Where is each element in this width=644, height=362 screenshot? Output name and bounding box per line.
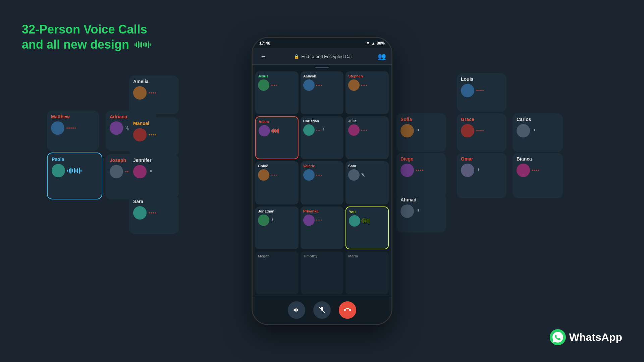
name-megan-partial: Megan [258,254,296,258]
name-priyanka: Priyanka [303,209,341,213]
name-aaliyah: Aaliyah [303,74,341,78]
mic-icon-christian [322,128,326,132]
name-chloe: Chloé [258,164,296,168]
card-chloe: Chloé [255,161,299,204]
status-bar: 17:48 ▼ ▲ 80% [253,38,391,48]
time: 17:48 [259,41,270,46]
headline-line2: and all new design [22,37,129,52]
swipe-indicator [253,65,391,69]
bg-name-amelia: Amelia [133,79,149,84]
participants-grid: Jesús Aaliyah Stephen [253,69,391,297]
bg-card-sofia: Sofia [396,113,446,152]
card-valerie: Valerie [301,161,344,204]
bg-name-matthew: Matthew [51,114,70,119]
call-title: 🔒 End-to-end Encrypted Call [294,54,352,59]
whatsapp-icon [550,329,566,345]
mute-button[interactable] [313,301,331,319]
muted-icon-sofia [416,128,421,133]
card-christian: Christian [301,116,344,159]
card-aaliyah: Aaliyah [301,71,344,114]
bg-name-omar: Omar [461,156,473,162]
muted-icon-ahmad [416,209,421,214]
call-header: ← 🔒 End-to-end Encrypted Call 👥 [253,48,391,65]
bg-card-bianca: Bianca [513,153,563,198]
waveform-you [362,218,369,223]
bg-card-omar: Omar [457,153,506,198]
signal-icon: ▼ [366,41,370,46]
bg-name-jennifer: Jennifer [133,158,151,163]
card-sam: Sam [345,161,389,204]
bg-card-jennifer: Jennifer [129,154,179,198]
mic-mute-icon [318,306,326,314]
bg-card-matthew: Matthew [47,111,99,151]
card-adam: Adam [255,116,299,159]
bg-name-ahmad: Ahmad [400,197,416,202]
bg-name-paola: Paola [52,157,64,162]
muted-icon-omar [476,168,481,173]
card-you: You [345,206,389,249]
name-timothy-partial: Timothy [303,254,341,258]
card-julie: Julie [345,116,389,159]
bg-name-grace: Grace [461,117,474,122]
whatsapp-logo: WhatsApp [550,329,622,345]
card-jonathan: Jonathan [255,206,299,249]
bg-name-bianca: Bianca [517,156,532,162]
name-stephen: Stephen [348,74,386,78]
bg-card-ahmad: Ahmad [396,194,446,232]
card-timothy-partial: Timothy [301,251,344,294]
bg-name-carlos: Carlos [517,117,531,122]
card-priyanka: Priyanka [301,206,344,249]
battery: 80% [377,41,385,46]
speaker-button[interactable] [288,301,305,319]
waveform-decoration [135,41,151,48]
name-jesus: Jesús [258,74,296,78]
bg-name-sara: Sara [133,199,143,204]
card-stephen: Stephen [345,71,389,114]
bg-card-diego: Diego [396,153,446,198]
name-valerie: Valerie [303,164,341,168]
bg-card-grace: Grace [457,113,506,152]
bg-name-adriana: Adriana [110,114,127,119]
muted-icon-jennifer [149,169,153,174]
bg-card-paola: Paola [47,153,102,199]
end-call-button[interactable] [339,301,356,319]
whatsapp-text: WhatsApp [569,331,622,344]
name-sam: Sam [348,164,386,168]
card-maria-partial: Maria [345,251,389,294]
name-adam: Adam [259,120,295,124]
bg-card-amelia: Amelia [129,75,179,114]
speaker-icon [293,306,300,314]
bg-card-carlos: Carlos [513,113,563,152]
card-megan-partial: Megan [255,251,299,294]
back-button[interactable]: ← [258,51,269,62]
name-maria-partial: Maria [348,254,386,258]
call-controls [253,297,391,324]
bg-name-diego: Diego [400,156,414,162]
wifi-icon: ▲ [371,41,375,46]
add-participant-button[interactable]: 👥 [378,52,386,60]
headline-line1: 32-Person Voice Calls [22,22,151,37]
name-jonathan: Jonathan [258,209,296,213]
phone-frame: 17:48 ▼ ▲ 80% ← 🔒 End-to-end Encrypted C… [252,37,392,325]
card-jesus: Jesús [255,71,299,114]
muted-icon-carlos [532,128,537,133]
waveform-adam [271,128,279,133]
headline: 32-Person Voice Calls and all new design [22,22,151,52]
end-call-icon [344,306,351,314]
bg-card-louis: Louis [457,73,506,112]
call-title-text: End-to-end Encrypted Call [301,54,352,59]
name-christian: Christian [303,119,341,123]
bg-name-sofia: Sofia [400,117,412,122]
name-julie: Julie [348,119,386,123]
bg-card-manuel: Manuel [129,117,179,156]
bg-name-joseph: Joseph [110,158,126,163]
mic-icon-jonathan [271,218,275,222]
bg-card-sara: Sara [129,195,179,234]
waveform-paola [67,167,82,174]
bg-name-manuel: Manuel [133,121,149,126]
svg-line-0 [126,126,129,130]
name-you: You [349,210,385,214]
lock-icon: 🔒 [294,54,299,59]
mic-icon-sam [361,173,365,177]
bg-name-louis: Louis [461,76,473,82]
